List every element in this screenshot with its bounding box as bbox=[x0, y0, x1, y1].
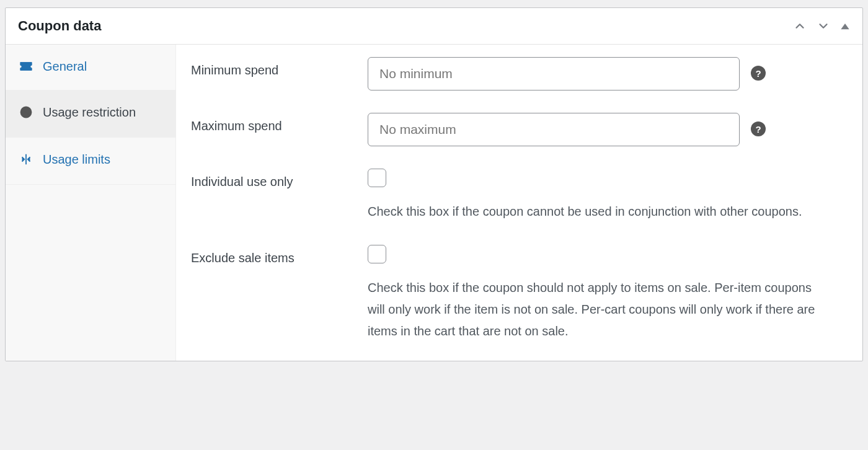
exclude-sale-checkbox[interactable] bbox=[368, 245, 386, 263]
tab-label: Usage restriction bbox=[43, 104, 136, 121]
collapse-icon bbox=[19, 152, 33, 170]
help-icon[interactable]: ? bbox=[751, 121, 766, 136]
row-individual-use: Individual use only Check this box if th… bbox=[191, 169, 848, 223]
tab-label: General bbox=[43, 58, 87, 75]
individual-use-checkbox[interactable] bbox=[368, 169, 386, 187]
ban-icon bbox=[19, 105, 33, 123]
ticket-icon bbox=[19, 60, 33, 76]
panel-toggle-icon[interactable] bbox=[840, 21, 850, 31]
tab-usage-restriction[interactable]: Usage restriction bbox=[6, 90, 175, 138]
maximum-spend-label: Maximum spend bbox=[191, 113, 368, 133]
individual-use-label: Individual use only bbox=[191, 169, 368, 189]
maximum-spend-input[interactable] bbox=[368, 113, 740, 146]
coupon-data-panel: Coupon data General bbox=[5, 7, 863, 361]
panel-header: Coupon data bbox=[6, 8, 862, 45]
help-icon[interactable]: ? bbox=[751, 66, 766, 81]
panel-move-up-icon[interactable] bbox=[793, 19, 807, 33]
panel-body: General Usage restriction Usage limits M… bbox=[6, 45, 862, 361]
tab-usage-limits[interactable]: Usage limits bbox=[6, 138, 175, 185]
row-minimum-spend: Minimum spend ? bbox=[191, 57, 848, 90]
individual-use-description: Check this box if the coupon cannot be u… bbox=[368, 201, 826, 223]
minimum-spend-input[interactable] bbox=[368, 57, 740, 90]
exclude-sale-description: Check this box if the coupon should not … bbox=[368, 277, 826, 342]
tab-content: Minimum spend ? Maximum spend ? Individu… bbox=[176, 45, 862, 361]
minimum-spend-label: Minimum spend bbox=[191, 57, 368, 77]
svg-marker-0 bbox=[841, 24, 849, 29]
tab-label: Usage limits bbox=[43, 151, 110, 168]
row-exclude-sale: Exclude sale items Check this box if the… bbox=[191, 245, 848, 342]
tabs-sidebar: General Usage restriction Usage limits bbox=[6, 45, 176, 361]
exclude-sale-label: Exclude sale items bbox=[191, 245, 368, 265]
row-maximum-spend: Maximum spend ? bbox=[191, 113, 848, 146]
panel-move-down-icon[interactable] bbox=[817, 19, 830, 33]
tab-general[interactable]: General bbox=[6, 45, 175, 90]
panel-controls bbox=[793, 19, 850, 33]
panel-title: Coupon data bbox=[18, 18, 101, 34]
